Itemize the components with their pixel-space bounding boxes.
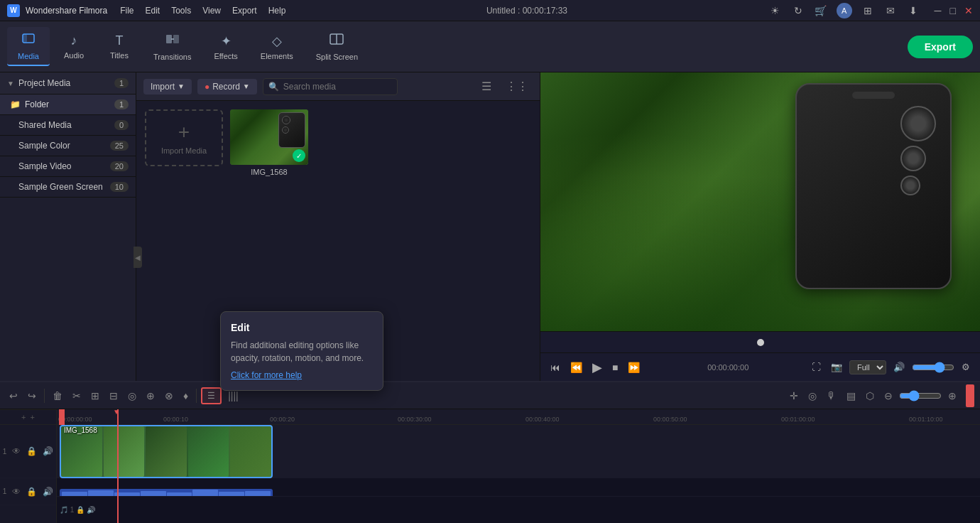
tooltip-body: Find additional editing options like opa…	[231, 339, 373, 365]
sidebar-item-sample-video[interactable]: Sample Video 20	[0, 156, 136, 177]
minimize-btn[interactable]: ─	[935, 5, 942, 16]
import-media-placeholder[interactable]: + Import Media	[145, 109, 223, 166]
layout-icon[interactable]: ⊞	[861, 4, 875, 18]
track-number-icon: 1	[1, 446, 9, 457]
audio-vol-icon[interactable]: 🔊	[41, 485, 55, 498]
separator-1	[44, 389, 45, 403]
import-button[interactable]: Import ▼	[143, 79, 192, 95]
tl-audio-button[interactable]: ⬡	[862, 388, 878, 404]
seekbar-thumb[interactable]	[757, 339, 764, 346]
record-button[interactable]: ● Record ▼	[197, 79, 257, 95]
play-button[interactable]: ▶	[589, 358, 605, 377]
frame-forward-button[interactable]: ⏩	[625, 360, 643, 374]
speed-button[interactable]: ⊗	[161, 388, 177, 404]
tooltip-help-link[interactable]: Click for more help	[231, 370, 302, 380]
menu-export[interactable]: Export	[232, 6, 257, 16]
audio-track-number: 1	[1, 486, 9, 497]
color-button[interactable]: ⊕	[143, 388, 158, 404]
sidebar-collapse-button[interactable]: ◀	[134, 247, 142, 268]
marker-button[interactable]: ♦	[180, 388, 192, 404]
svg-rect-2	[166, 35, 172, 43]
snap-button[interactable]: ✛	[786, 388, 802, 404]
lock-icon[interactable]: 🔒	[25, 445, 38, 458]
toolbar-audio[interactable]: ♪ Audio	[53, 29, 95, 64]
close-btn[interactable]: ✕	[964, 5, 973, 16]
filter-icon[interactable]: ☰	[477, 78, 496, 95]
quality-selector[interactable]: Full 1/2 1/4	[849, 360, 886, 374]
toolbar-splitscreen[interactable]: Split Screen	[306, 28, 368, 65]
snapshot-button[interactable]: 📷	[828, 360, 845, 374]
toolbar-media[interactable]: Media	[7, 27, 50, 66]
fullscreen-button[interactable]: ⛶	[809, 360, 824, 374]
resize-button[interactable]: ⊟	[106, 388, 121, 404]
crop-button[interactable]: ⊞	[87, 388, 103, 404]
tooltip-title: Edit	[231, 322, 373, 333]
redo-button[interactable]: ↪	[24, 388, 40, 404]
settings-button[interactable]: ⚙	[959, 360, 973, 374]
sidebar-item-shared-media[interactable]: Shared Media 0	[0, 115, 136, 136]
sidebar-project-media-header[interactable]: ▼ Project Media 1	[0, 72, 136, 95]
stop-button[interactable]: ■	[609, 360, 621, 374]
tl-settings-button[interactable]: ▤	[843, 388, 859, 404]
menu-help[interactable]: Help	[268, 6, 286, 16]
export-button[interactable]: Export	[908, 36, 973, 58]
video-track: IMG_1568	[57, 425, 980, 478]
sun-icon[interactable]: ☀	[768, 4, 783, 18]
video-clip-img1568[interactable]: IMG_1568	[60, 425, 273, 478]
toolbar-elements[interactable]: ◇ Elements	[251, 29, 303, 65]
preview-video	[540, 72, 980, 331]
notification-icon[interactable]: ✉	[883, 4, 898, 18]
toolbar-effects[interactable]: ✦ Effects	[204, 29, 247, 65]
rotate-button[interactable]: ◎	[124, 388, 140, 404]
media-thumbnail-img1568[interactable]: ✓ IMG_1568	[230, 109, 308, 176]
ruler-ts-7: 00:01:10:00	[909, 416, 943, 423]
sidebar-item-sample-green-screen[interactable]: Sample Green Screen 10	[0, 177, 136, 198]
mic-button[interactable]: 🎙	[823, 388, 840, 404]
cart-icon[interactable]: 🛒	[814, 4, 828, 18]
volume-icon[interactable]: 🔊	[891, 360, 908, 374]
menu-view[interactable]: View	[202, 6, 221, 16]
grid-icon[interactable]: ⋮⋮	[501, 78, 533, 95]
menu-edit[interactable]: Edit	[146, 6, 160, 16]
sample-video-label: Sample Video	[18, 161, 72, 171]
toolbar-transitions[interactable]: Transitions	[143, 28, 201, 65]
frame-back-button[interactable]: ⏪	[567, 360, 585, 374]
add-video-track[interactable]: + +	[0, 409, 56, 425]
delete-button[interactable]: 🗑	[49, 388, 66, 404]
zoom-out-button[interactable]: ⊖	[881, 388, 896, 404]
step-back-button[interactable]: ⏮	[548, 360, 563, 374]
zoom-in-button[interactable]: ⊕	[944, 388, 960, 404]
undo-button[interactable]: ↩	[6, 388, 21, 404]
title-bar-left: W Wondershare Filmora File Edit Tools Vi…	[7, 4, 285, 17]
sidebar-folder-item[interactable]: 📁 Folder 1	[0, 95, 136, 115]
shared-media-label: Shared Media	[18, 120, 72, 130]
timeline-right-controls: ✛ ◎ 🎙 ▤ ⬡ ⊖ ⊕	[786, 384, 974, 407]
download-icon[interactable]: ⬇	[906, 4, 920, 18]
maximize-btn[interactable]: □	[950, 5, 956, 16]
eye-icon[interactable]: 👁	[11, 445, 22, 458]
toolbar-titles[interactable]: T Titles	[98, 29, 141, 64]
menu-tools[interactable]: Tools	[171, 6, 191, 16]
zoom-slider[interactable]	[899, 390, 942, 401]
ruler-ts-3: 00:00:30:00	[398, 416, 432, 423]
menu-file[interactable]: File	[120, 6, 134, 16]
preview-image	[540, 72, 980, 331]
volume-track-icon[interactable]: 🔊	[41, 445, 55, 458]
audio-lock-icon[interactable]: 🔒	[25, 485, 38, 498]
search-input[interactable]	[263, 78, 398, 95]
sync-icon[interactable]: ↻	[791, 4, 805, 18]
cut-button[interactable]: ✂	[69, 388, 85, 404]
volume-slider[interactable]	[912, 362, 954, 373]
project-title: Untitled : 00:00:17:33	[486, 6, 567, 16]
shared-media-count: 0	[114, 120, 129, 130]
bottom-audio-row: 🎵 1 🔒 🔊	[57, 496, 980, 523]
edit-button[interactable]: ☰	[201, 387, 222, 404]
user-icon[interactable]: A	[837, 3, 852, 18]
frame-4	[188, 426, 229, 477]
sidebar-item-sample-color[interactable]: Sample Color 25	[0, 136, 136, 156]
timeline-end-marker	[966, 384, 974, 407]
effects-label: Effects	[214, 52, 237, 60]
audio-eye-icon[interactable]: 👁	[11, 485, 22, 498]
shield-button[interactable]: ◎	[805, 388, 820, 404]
ruler-ts-5: 00:00:50:00	[653, 416, 687, 423]
